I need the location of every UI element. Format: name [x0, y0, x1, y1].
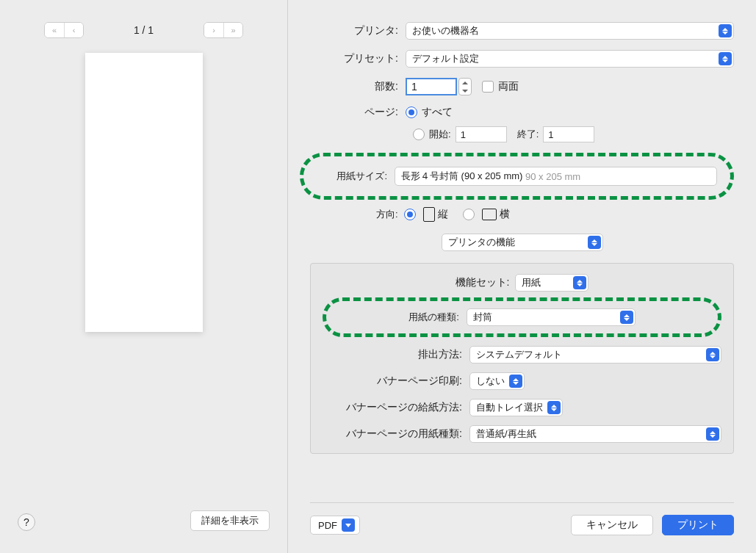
updown-icon [509, 375, 522, 388]
to-label: 終了: [517, 128, 539, 141]
orientation-portrait-radio[interactable] [404, 209, 416, 220]
copies-input[interactable]: 1 [406, 78, 457, 95]
pages-all-radio[interactable] [406, 106, 417, 118]
landscape-icon [482, 209, 497, 220]
copies-stepper[interactable] [458, 78, 472, 95]
paper-size-select[interactable]: 長形４号封筒 (90 x 205 mm) 90 x 205 mm [395, 167, 717, 186]
updown-icon [719, 52, 732, 65]
updown-icon [620, 311, 633, 324]
preset-select[interactable]: デフォルト設定 [406, 50, 734, 68]
paper-size-highlight: 用紙サイズ: 長形４号封筒 (90 x 205 mm) 90 x 205 mm [300, 153, 734, 200]
updown-icon [706, 348, 719, 361]
settings-pane: プリンタ: お使いの機器名 プリセット: デフォルト設定 部数: 1 [288, 0, 756, 553]
section-value: プリンタの機能 [448, 236, 515, 249]
banner-print-select[interactable]: しない [469, 372, 525, 390]
from-input[interactable]: 1 [456, 126, 507, 142]
dialog-footer: PDF キャンセル プリント [310, 502, 734, 535]
paper-size-value: 長形４号封筒 (90 x 205 mm) [401, 170, 522, 183]
banner-paper-type-label: バナーページの用紙種類: [323, 427, 469, 441]
banner-paper-type-select[interactable]: 普通紙/再生紙 [469, 425, 721, 443]
pages-range-radio[interactable] [413, 129, 425, 140]
feature-set-value: 用紙 [522, 276, 541, 289]
portrait-icon [423, 207, 435, 222]
paper-size-label: 用紙サイズ: [317, 170, 395, 183]
updown-icon [719, 24, 732, 37]
stepper-down-icon[interactable] [459, 87, 471, 95]
hide-details-button[interactable]: 詳細を非表示 [190, 510, 270, 531]
feature-set-label: 機能セット: [456, 276, 510, 289]
feature-set-select[interactable]: 用紙 [515, 274, 588, 292]
stepper-up-icon[interactable] [459, 79, 471, 87]
paper-type-select[interactable]: 封筒 [467, 308, 636, 326]
banner-paper-type-value: 普通紙/再生紙 [476, 427, 536, 441]
output-method-value: システムデフォルト [476, 348, 562, 361]
banner-feed-value: 自動トレイ選択 [476, 401, 543, 414]
banner-feed-select[interactable]: 自動トレイ選択 [469, 399, 563, 416]
orientation-label: 方向: [376, 208, 398, 221]
paper-size-dim: 90 x 205 mm [525, 171, 580, 182]
chevron-down-icon [342, 518, 355, 532]
print-button[interactable]: プリント [662, 515, 734, 535]
paper-type-highlight: 用紙の種類: 封筒 [323, 297, 721, 337]
to-input[interactable]: 1 [543, 126, 594, 142]
updown-icon [706, 427, 719, 441]
printer-select[interactable]: お使いの機器名 [406, 22, 734, 40]
output-method-label: 排出方法: [323, 348, 469, 361]
portrait-label: 縦 [438, 208, 448, 221]
updown-icon [588, 236, 601, 249]
next-page-button[interactable]: › [204, 23, 223, 37]
banner-print-label: バナーページ印刷: [323, 375, 469, 388]
prev-page-button[interactable]: ‹ [64, 23, 83, 37]
preset-value: デフォルト設定 [412, 52, 479, 65]
copies-label: 部数: [310, 80, 406, 93]
section-select[interactable]: プリンタの機能 [442, 234, 603, 251]
updown-icon [547, 401, 561, 414]
output-method-select[interactable]: システムデフォルト [469, 346, 721, 364]
duplex-checkbox[interactable] [482, 81, 494, 93]
banner-feed-label: バナーページの給紙方法: [323, 401, 469, 414]
pdf-menu-button[interactable]: PDF [310, 516, 360, 535]
next-page-group: › » [204, 22, 243, 38]
cancel-button[interactable]: キャンセル [571, 515, 653, 535]
pages-label: ページ: [310, 106, 406, 119]
first-page-button[interactable]: « [45, 23, 64, 37]
orientation-landscape-radio[interactable] [463, 209, 475, 220]
printer-value: お使いの機器名 [412, 24, 479, 37]
updown-icon [573, 276, 586, 289]
pages-all-label: すべて [422, 106, 453, 119]
preset-label: プリセット: [310, 52, 406, 65]
page-indicator: 1 / 1 [134, 24, 154, 36]
paper-type-value: 封筒 [473, 311, 492, 324]
duplex-label: 両面 [498, 80, 519, 93]
from-label: 開始: [429, 128, 451, 141]
last-page-button[interactable]: » [223, 23, 242, 37]
paper-type-label: 用紙の種類: [408, 311, 459, 324]
page-preview [85, 53, 203, 332]
prev-page-group: « ‹ [44, 22, 84, 38]
printer-label: プリンタ: [310, 24, 406, 37]
banner-print-value: しない [476, 375, 505, 388]
printer-features-panel: 機能セット: 用紙 用紙の種類: 封筒 排出方法: システムデフォルト [310, 263, 734, 454]
updown-icon [580, 171, 592, 182]
pdf-label: PDF [318, 520, 337, 531]
help-button[interactable]: ? [18, 513, 35, 531]
preview-pane: « ‹ 1 / 1 › » ? 詳細を非表示 [0, 0, 288, 553]
landscape-label: 横 [500, 208, 510, 221]
